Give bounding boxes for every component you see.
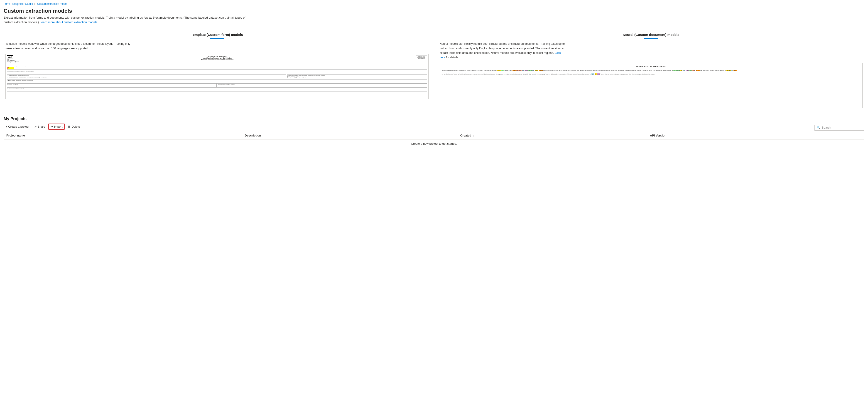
rental-highlight-2: LLC: [501, 70, 504, 71]
w9-header-row: W-9 FormRev. October 2018Department of t…: [7, 55, 427, 64]
w9-tax-row: 3 Check appropriate box for federal tax …: [7, 74, 427, 79]
projects-table: Project name Description Created ↓ API V…: [4, 132, 864, 148]
model-cards-container: Template (Custom form) models Template m…: [0, 28, 868, 113]
rental-form-preview: HOUSE RENTAL AGREEMENT This House Rental…: [440, 63, 863, 108]
w9-name-row: 1 Name (as shown on your income tax retu…: [7, 65, 427, 70]
w9-checkboxes: ☐ Individual/sole proprietor ☐ C Corpora…: [7, 77, 286, 78]
table-body: Create a new project to get started.: [4, 140, 864, 148]
rental-preview-container: HOUSE RENTAL AGREEMENT This House Rental…: [440, 63, 863, 108]
rental-highlight-month: January: [726, 70, 731, 71]
w9-city-field: 6 City, state, and ZIP code: [7, 83, 217, 87]
share-button[interactable]: ⇗ Share: [32, 124, 48, 129]
rental-body: This House Rental Agreement (“Agreement,…: [442, 69, 861, 75]
rental-highlight-april-day: 17: [595, 74, 596, 75]
w9-form-rev: FormRev. October 2018Department of the T…: [7, 59, 19, 64]
projects-toolbar: + Create a project ⇗ Share ↦ Import 🗑 De…: [4, 123, 864, 132]
breadcrumb: Form Recognizer Studio > Custom extracti…: [0, 0, 868, 6]
rental-highlight-april-year: 2021: [597, 74, 600, 75]
share-icon: ⇗: [34, 125, 37, 128]
w9-address-field: [7, 81, 427, 82]
rental-highlight-april: April: [591, 74, 594, 75]
w9-name-label: 1 Name (as shown on your income tax retu…: [7, 65, 427, 66]
rental-highlight-3: Sally: [513, 70, 516, 71]
rental-highlight-addr2: Dr.: [680, 70, 682, 71]
template-model-card: Template (Custom form) models Template m…: [0, 28, 434, 113]
col-api-version: API Version: [647, 132, 864, 140]
delete-icon: 🗑: [68, 125, 70, 128]
w9-requester-field: Requester's name and address (optional): [217, 83, 427, 87]
w9-account-row: 7 List account number(s) here (optional): [7, 87, 427, 92]
rental-highlight-9: Saras: [535, 70, 538, 71]
rental-title: HOUSE RENTAL AGREEMENT: [442, 65, 861, 68]
page-title: Custom extraction models: [0, 6, 868, 16]
w9-cb-c: ☐ C Corporation: [19, 77, 26, 78]
w9-form-id: W-9: [7, 55, 13, 59]
col-created[interactable]: Created ↓: [458, 132, 647, 140]
col-project-name: Project name: [4, 132, 242, 140]
w9-exemptions-field: 4 Exemptions (codes apply only to certai…: [287, 74, 427, 79]
w9-cb-trust: ☐ Trust/estate: [41, 77, 46, 78]
neural-model-card: Neural (Custom document) models Neural m…: [434, 28, 868, 113]
w9-name-highlighted: Arctex Inc.: [7, 67, 14, 69]
template-card-divider: [210, 38, 224, 39]
w9-city-row: 6 City, state, and ZIP code Requester's …: [7, 83, 427, 87]
neural-card-title: Neural (Custom document) models: [440, 33, 863, 36]
import-button[interactable]: ↦ Import: [48, 123, 65, 130]
w9-address-row: 5 Address (number, street, and apt. or s…: [7, 79, 427, 83]
rental-highlight-1: Opavi: [497, 70, 500, 71]
empty-state-row: Create a new project to get started.: [4, 140, 864, 148]
search-wrapper: 🔍: [814, 125, 864, 130]
rental-highlight-year: 2021: [734, 70, 737, 71]
import-icon: ↦: [51, 125, 53, 128]
template-card-desc: Template models work well when the targe…: [5, 41, 132, 51]
w9-tax-field: 3 Check appropriate box for federal tax …: [7, 74, 286, 79]
neural-card-desc: Neural models can flexibly handle both s…: [440, 41, 567, 60]
w9-cb-partnership: ☐ Partnership: [34, 77, 40, 78]
empty-state-message: Create a new project to get started.: [4, 140, 864, 148]
template-card-title: Template (Custom form) models: [5, 33, 429, 36]
breadcrumb-home[interactable]: Form Recognizer Studio: [4, 2, 33, 5]
rental-highlight-6: gains: [525, 70, 528, 71]
toolbar-left: + Create a project ⇗ Share ↦ Import 🗑 De…: [4, 123, 82, 132]
projects-section: My Projects + Create a project ⇗ Share ↦…: [0, 113, 868, 148]
w9-form-preview: W-9 FormRev. October 2018Department of t…: [6, 54, 428, 99]
breadcrumb-current: Custom extraction model: [37, 2, 67, 5]
w9-form-box: W-9 FormRev. October 2018Department of t…: [7, 55, 19, 64]
rental-highlight-addr6: Utah: [692, 70, 695, 71]
col-description: Description: [242, 132, 458, 140]
rental-highlight-4: Cameron: [516, 70, 522, 71]
search-input[interactable]: [822, 126, 862, 129]
rental-highlight-addr7: 84155: [696, 70, 700, 71]
w9-title: Request for Taxpayer: [20, 55, 415, 57]
rental-highlight-7: byrne: [528, 70, 532, 71]
w9-preview-container: W-9 FormRev. October 2018Department of t…: [5, 54, 429, 99]
w9-form-title-area: Request for Taxpayer Identification Numb…: [20, 55, 415, 60]
neural-card-divider: [644, 38, 658, 39]
w9-biz-row: 2 Business name/disregarded entity name,…: [7, 70, 427, 74]
table-header: Project name Description Created ↓ API V…: [4, 132, 864, 140]
rental-highlight-10: control: [539, 70, 543, 71]
w9-cb-individual: ☐ Individual/sole proprietor: [7, 77, 19, 78]
rental-highlight-addr5: City: [689, 70, 692, 71]
rental-highlight-addr4: Lake: [686, 70, 689, 71]
rental-highlight-8: the: [532, 70, 534, 71]
rental-highlight-day: 31: [731, 70, 733, 71]
breadcrumb-separator: >: [34, 2, 36, 5]
projects-title: My Projects: [4, 117, 864, 121]
w9-instruction: ▶ Go to www.irs.gov/FormW9 for instructi…: [20, 59, 415, 60]
table-header-row: Project name Description Created ↓ API V…: [4, 132, 864, 140]
search-icon: 🔍: [816, 126, 820, 129]
rental-highlight-addr3: Salt: [683, 70, 685, 71]
w9-subtitle: Identification Number and Certification: [20, 57, 415, 59]
w9-give-form: Give Form to therequester. Do notsend to…: [416, 55, 427, 60]
rental-highlight-5: the: [522, 70, 524, 71]
rental-highlight-addr1: 15 Bellevue: [673, 70, 680, 71]
page-subtitle: Extract information from forms and docum…: [0, 16, 250, 28]
create-project-button[interactable]: + Create a project: [4, 124, 31, 129]
learn-more-link[interactable]: Learn more about custom extraction model…: [40, 21, 98, 24]
delete-button[interactable]: 🗑 Delete: [66, 124, 82, 129]
w9-cb-s: ☐ S Corporation: [27, 77, 34, 78]
sort-arrow-created: ↓: [473, 135, 474, 137]
w9-biz-field: [7, 72, 427, 74]
search-container: 🔍: [814, 125, 864, 130]
